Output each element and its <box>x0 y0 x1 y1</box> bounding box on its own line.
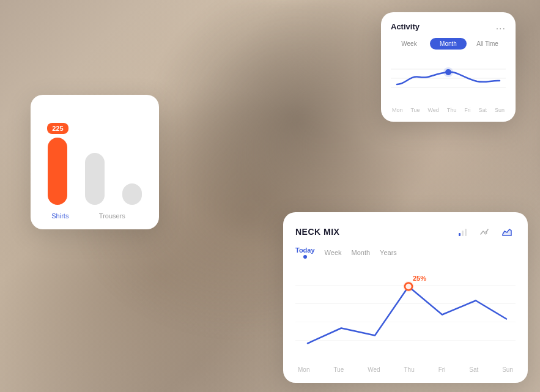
trousers-bar-tall <box>85 153 105 205</box>
neckmix-chart: 25% <box>295 262 516 360</box>
neckmix-card: NECK MIX <box>283 212 528 383</box>
activity-chart <box>391 57 506 100</box>
shirts-bar <box>48 138 67 205</box>
tab-week[interactable]: Week <box>325 249 342 256</box>
tab-years[interactable]: Years <box>380 249 397 256</box>
activity-chart-dot-outer <box>443 67 453 77</box>
tab-month[interactable]: Month <box>430 38 467 50</box>
activity-card-header: Activity ... <box>391 21 506 32</box>
bar-bottom-labels: Shirts Trousers <box>43 212 147 220</box>
percent-label: 25% <box>413 275 426 282</box>
activity-menu-icon[interactable]: ... <box>496 21 506 32</box>
activity-card: Activity ... Week Month All Time Mon Tue… <box>381 12 516 122</box>
svg-rect-3 <box>459 233 460 236</box>
svg-point-6 <box>484 232 487 234</box>
bar-chart-area: 225 <box>43 107 147 205</box>
chart-type-icons <box>454 223 516 240</box>
bar-value-label: 225 <box>47 123 68 134</box>
tab-week[interactable]: Week <box>391 38 427 50</box>
activity-tab-group: Week Month All Time <box>391 38 506 50</box>
neckmix-x-labels: Mon Tue Wed Thu Fri Sat Sun <box>295 363 516 373</box>
svg-rect-4 <box>462 231 464 236</box>
neckmix-tab-group: Today Week Month Years <box>295 246 516 259</box>
trousers-label: Trousers <box>78 212 147 220</box>
trousers-bar-short <box>122 183 142 205</box>
area-chart-icon[interactable] <box>498 223 516 240</box>
shirts-label: Shirts <box>43 212 78 220</box>
svg-rect-5 <box>465 229 467 236</box>
trousers-bar-group-short <box>117 183 147 205</box>
tab-month[interactable]: Month <box>352 249 371 256</box>
bar-chart-card: 225 Shirts Trousers <box>31 95 159 229</box>
trousers-bar-group-tall <box>80 153 110 205</box>
peak-dot-outer <box>403 281 414 292</box>
tab-today[interactable]: Today <box>295 246 315 259</box>
activity-title: Activity <box>391 22 420 31</box>
tab-alltime[interactable]: All Time <box>469 38 506 50</box>
neckmix-header: NECK MIX <box>295 223 516 240</box>
activity-x-labels: Mon Tue Wed Thu Fri Sat Sun <box>391 107 506 113</box>
bar-chart-icon[interactable] <box>454 223 472 240</box>
line-chart-icon[interactable] <box>476 223 494 240</box>
shirts-bar-group: 225 <box>43 123 73 205</box>
neckmix-title: NECK MIX <box>295 227 339 237</box>
